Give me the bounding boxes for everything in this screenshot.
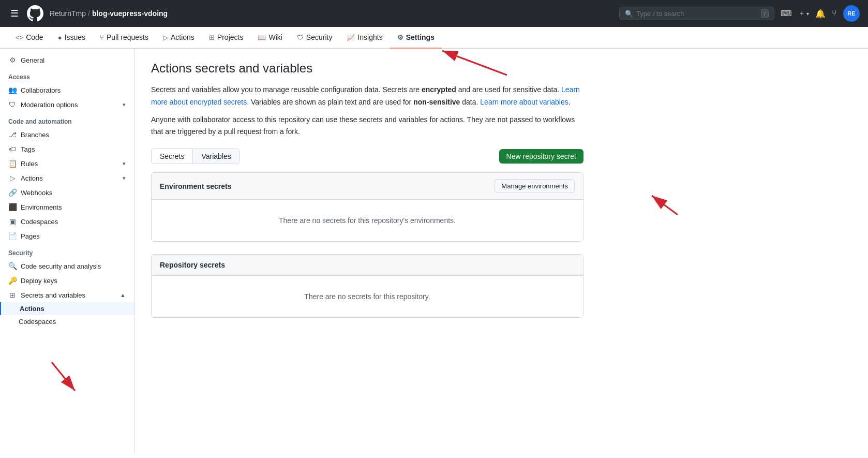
tab-settings-label: Settings [406, 33, 435, 41]
pr-icon: ⑂ [100, 34, 104, 41]
env-secrets-title: Environment secrets [160, 182, 232, 190]
tab-security[interactable]: 🛡 Security [290, 27, 340, 49]
security-icon: 🛡 [297, 34, 304, 41]
repo-link[interactable]: blog-vuepress-vdoing [92, 9, 168, 18]
pr-icon-btn[interactable]: ⑂ [832, 9, 837, 18]
access-section-label: Access [0, 67, 134, 83]
search-input[interactable] [636, 10, 758, 18]
search-bar[interactable]: 🔍 / [619, 7, 774, 20]
tab-actions-label: Actions [171, 33, 194, 41]
tab-insights-label: Insights [357, 33, 382, 41]
page-title: Actions secrets and variables [151, 61, 583, 76]
sidebar-item-collaborators[interactable]: 👥 Collaborators [0, 83, 134, 97]
rules-label: Rules [21, 160, 38, 168]
secrets-variables-icon: ⊞ [8, 291, 17, 299]
sidebar-item-actions[interactable]: ▷ Actions ▾ [0, 171, 134, 185]
sidebar-item-secrets-variables[interactable]: ⊞ Secrets and variables ▲ [0, 288, 134, 302]
new-secret-button[interactable]: New repository secret [499, 149, 583, 164]
tags-label: Tags [21, 145, 35, 153]
tab-wiki-label: Wiki [268, 33, 282, 41]
plus-btn[interactable]: ＋ ▾ [798, 9, 809, 18]
avatar[interactable]: RE [843, 5, 860, 22]
manage-environments-button[interactable]: Manage environments [495, 179, 575, 193]
sidebar-item-codespaces[interactable]: ▣ Codespaces [0, 214, 134, 229]
sidebar-item-general[interactable]: ⚙ General [0, 53, 134, 67]
sidebar-item-webhooks[interactable]: 🔗 Webhooks [0, 185, 134, 200]
webhooks-label: Webhooks [21, 189, 52, 197]
desc-bold-2: non-sensitive [413, 98, 460, 106]
tab-secrets[interactable]: Secrets [152, 149, 193, 164]
rules-icon: 📋 [8, 159, 17, 168]
sidebar-subitem-actions[interactable]: Actions [0, 302, 134, 315]
sidebar-item-tags[interactable]: 🏷 Tags [0, 142, 134, 156]
main-content: Actions secrets and variables Secrets an… [134, 49, 600, 453]
collaborators-icon: 👥 [8, 86, 17, 94]
pages-icon: 📄 [8, 232, 17, 240]
issues-icon: ● [58, 34, 62, 41]
sidebar-item-pages[interactable]: 📄 Pages [0, 229, 134, 243]
moderation-chevron-icon: ▾ [123, 101, 126, 108]
tab-variables[interactable]: Variables [193, 149, 239, 164]
layout: ⚙ General Access 👥 Collaborators 🛡 Moder… [0, 49, 868, 453]
branches-icon: ⎇ [8, 130, 17, 139]
sidebar-item-environments[interactable]: ⬛ Environments [0, 200, 134, 214]
code-security-label: Code security and analysis [21, 262, 101, 270]
breadcrumb-separator: / [88, 9, 90, 18]
tab-insights[interactable]: 📈 Insights [339, 27, 390, 49]
sidebar-item-deploy-keys[interactable]: 🔑 Deploy keys [0, 273, 134, 288]
desc-text-2: and are used for sensitive data. [456, 85, 561, 94]
desc-text-3: . Variables are shown as plain text and … [247, 98, 413, 106]
actions-chevron-icon: ▾ [123, 175, 126, 182]
sidebar-item-moderation[interactable]: 🛡 Moderation options ▾ [0, 97, 134, 112]
github-logo [27, 5, 43, 22]
security-section-label: Security [0, 243, 134, 259]
description-paragraph-1: Secrets and variables allow you to manag… [151, 84, 583, 109]
sidebar-subitem-codespaces[interactable]: Codespaces [0, 315, 134, 328]
secrets-variables-label: Secrets and variables [21, 291, 85, 299]
actions-icon: ▷ [163, 34, 168, 41]
secrets-variables-chevron-icon: ▲ [120, 292, 126, 298]
repo-secrets-section: Repository secrets There are no secrets … [151, 254, 583, 318]
tab-actions[interactable]: ▷ Actions [156, 27, 202, 49]
tab-security-label: Security [306, 33, 333, 41]
tab-projects[interactable]: ⊞ Projects [202, 27, 251, 49]
description-paragraph-2: Anyone with collaborator access to this … [151, 114, 583, 139]
tab-issues[interactable]: ● Issues [51, 27, 93, 49]
tabs-group: Secrets Variables [151, 149, 240, 164]
tags-icon: 🏷 [8, 145, 17, 153]
sidebar: ⚙ General Access 👥 Collaborators 🛡 Moder… [0, 49, 134, 453]
code-security-icon: 🔍 [8, 262, 17, 270]
tab-issues-label: Issues [65, 33, 85, 41]
terminal-icon-btn[interactable]: ⌨ [781, 9, 792, 18]
sidebar-item-code-security[interactable]: 🔍 Code security and analysis [0, 259, 134, 273]
actions-nav-label: Actions [21, 174, 43, 182]
desc-text-4: data. [460, 98, 480, 106]
notifications-btn[interactable]: 🔔 [815, 9, 826, 19]
insights-icon: 📈 [347, 34, 355, 41]
repo-secrets-title: Repository secrets [160, 261, 225, 269]
tab-bar: Secrets Variables New repository secret [151, 149, 583, 164]
repo-nav: <> Code ● Issues ⑂ Pull requests ▷ Actio… [0, 27, 868, 49]
topnav: ☰ ReturnTmp / blog-vuepress-vdoing 🔍 / ⌨… [0, 0, 868, 27]
search-icon: 🔍 [625, 10, 633, 18]
learn-more-variables-link[interactable]: Learn more about variables [480, 98, 568, 106]
actions-subitem-label: Actions [20, 305, 44, 313]
codespaces-subitem-label: Codespaces [19, 318, 56, 326]
hamburger-menu[interactable]: ☰ [8, 7, 21, 20]
tab-projects-label: Projects [217, 33, 244, 41]
tab-wiki[interactable]: 📖 Wiki [250, 27, 289, 49]
desc-bold-1: encrypted [422, 85, 456, 94]
code-icon: <> [16, 34, 23, 41]
webhooks-icon: 🔗 [8, 188, 17, 197]
moderation-label: Moderation options [21, 101, 78, 109]
sidebar-item-branches[interactable]: ⎇ Branches [0, 127, 134, 142]
owner-link[interactable]: ReturnTmp [50, 9, 86, 18]
tab-settings[interactable]: ⚙ Settings [390, 27, 442, 49]
pages-label: Pages [21, 232, 40, 240]
moderation-icon: 🛡 [8, 100, 17, 109]
codespaces-label: Codespaces [21, 218, 58, 226]
sidebar-item-rules[interactable]: 📋 Rules ▾ [0, 156, 134, 171]
tab-pull-requests[interactable]: ⑂ Pull requests [93, 27, 156, 49]
deploy-keys-icon: 🔑 [8, 276, 17, 285]
tab-code[interactable]: <> Code [8, 27, 51, 49]
